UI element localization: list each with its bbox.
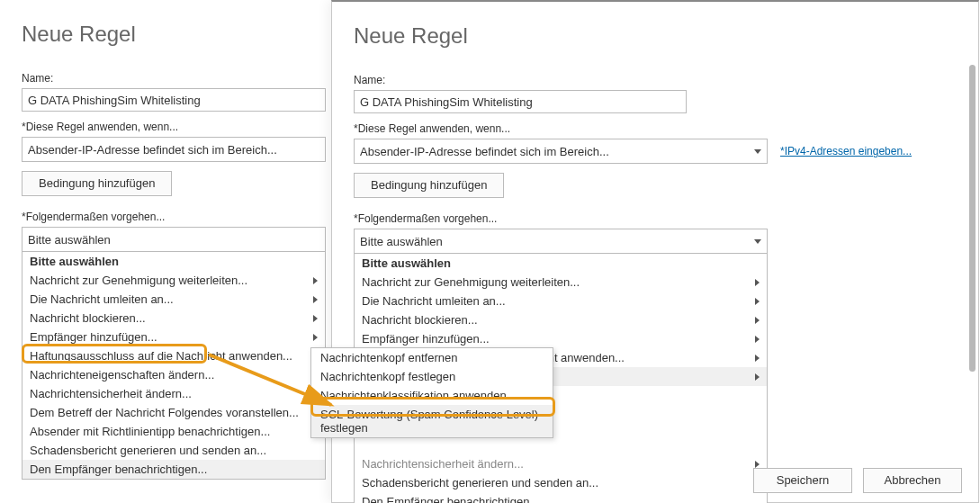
action-option[interactable]: Dem Betreff der Nachricht Folgendes vora… bbox=[22, 403, 325, 422]
condition-select-value: Absender-IP-Adresse befindet sich im Ber… bbox=[28, 143, 277, 157]
name-field-right[interactable] bbox=[354, 90, 687, 113]
chevron-right-icon bbox=[755, 336, 760, 343]
action-option-label: Den Empfänger benachrichtigen... bbox=[362, 495, 539, 503]
action-option[interactable]: Die Nachricht umleiten an... bbox=[22, 290, 325, 309]
dialog-footer: Speichern Abbrechen bbox=[753, 468, 962, 493]
action-option-label: Nachrichteneigenschaften ändern... bbox=[30, 368, 214, 382]
save-button[interactable]: Speichern bbox=[753, 468, 852, 493]
chevron-right-icon bbox=[755, 355, 760, 362]
action-option-label: Empfänger hinzufügen... bbox=[362, 332, 490, 346]
chevron-right-icon bbox=[755, 317, 760, 324]
page-title: Neue Regel bbox=[354, 23, 943, 49]
action-option[interactable]: Schadensbericht generieren und senden an… bbox=[22, 441, 325, 460]
scrollbar-thumb[interactable] bbox=[969, 65, 976, 372]
name-label: Name: bbox=[22, 72, 326, 85]
cancel-button[interactable]: Abbrechen bbox=[863, 468, 962, 493]
action-option-label: Haftungsausschluss auf die Nachricht anw… bbox=[30, 349, 292, 363]
action-option[interactable]: Nachrichtensicherheit ändern... bbox=[22, 384, 325, 403]
condition-select-right[interactable]: Absender-IP-Adresse befindet sich im Ber… bbox=[354, 139, 768, 164]
submenu-option-label: SCL-Bewertung (Spam Confidence Level) fe… bbox=[320, 408, 544, 435]
submenu-option-label: Nachrichtenkopf festlegen bbox=[320, 370, 455, 383]
action-option-label: Nachricht zur Genehmigung weiterleiten..… bbox=[362, 275, 580, 289]
name-field[interactable] bbox=[22, 88, 326, 112]
action-option-label: Nachrichtensicherheit ändern... bbox=[362, 457, 524, 471]
action-option-label: Empfänger hinzufügen... bbox=[30, 330, 157, 344]
action-label: *Folgendermaßen vorgehen... bbox=[22, 211, 326, 223]
action-option-label: Nachricht zur Genehmigung weiterleiten..… bbox=[30, 274, 247, 287]
action-option-label: Die Nachricht umleiten an... bbox=[30, 292, 174, 306]
chevron-right-icon bbox=[755, 373, 760, 381]
chevron-right-icon bbox=[313, 315, 318, 322]
apply-label: *Diese Regel anwenden, wenn... bbox=[354, 122, 943, 135]
chevron-right-icon bbox=[755, 461, 760, 468]
action-option-label: Nachricht blockieren... bbox=[30, 311, 146, 325]
chevron-right-icon bbox=[313, 296, 318, 303]
action-option[interactable]: Nachricht zur Genehmigung weiterleiten..… bbox=[22, 271, 325, 290]
action-option-label: Dem Betreff der Nachricht Folgendes vora… bbox=[30, 406, 299, 419]
apply-label: *Diese Regel anwenden, wenn... bbox=[22, 121, 326, 133]
action-option[interactable]: Schadensbericht generieren und senden an… bbox=[355, 473, 767, 492]
action-option[interactable]: Empfänger hinzufügen... bbox=[22, 328, 325, 346]
condition-select-value: Absender-IP-Adresse befindet sich im Ber… bbox=[360, 145, 609, 158]
chevron-down-icon bbox=[754, 149, 761, 154]
action-option-label: Bitte auswählen bbox=[362, 256, 451, 270]
action-option[interactable]: Haftungsausschluss auf die Nachricht anw… bbox=[22, 346, 325, 365]
action-option-label: Den Empfänger benachrichtigen... bbox=[30, 463, 207, 476]
chevron-right-icon bbox=[755, 279, 760, 286]
action-option[interactable]: Bitte auswählen bbox=[22, 252, 325, 271]
name-label: Name: bbox=[354, 74, 687, 86]
submenu-option-label: Nachrichtenkopf entfernen bbox=[320, 351, 457, 364]
action-dropdown-left: Bitte auswählenNachricht zur Genehmigung… bbox=[22, 251, 326, 480]
condition-select[interactable]: Absender-IP-Adresse befindet sich im Ber… bbox=[22, 137, 326, 162]
action-option[interactable]: Nachrichtensicherheit ändern... bbox=[355, 454, 767, 473]
action-option[interactable]: Absender mit Richtlinientipp benachricht… bbox=[22, 422, 325, 441]
action-option[interactable]: Die Nachricht umleiten an... bbox=[355, 292, 767, 310]
action-option-label: Nachricht blockieren... bbox=[362, 313, 478, 327]
submenu-option-label: Nachrichtenklassifikation anwenden bbox=[320, 389, 507, 402]
submenu-option[interactable]: Nachrichtenklassifikation anwenden bbox=[311, 386, 553, 405]
action-select-value: Bitte auswählen bbox=[28, 233, 111, 247]
chevron-right-icon bbox=[313, 334, 318, 341]
ip-addresses-link[interactable]: *IPv4-Adressen eingeben... bbox=[780, 145, 912, 157]
left-dialog: Neue Regel Name: *Diese Regel anwenden, … bbox=[0, 0, 333, 499]
action-option[interactable]: Nachricht zur Genehmigung weiterleiten..… bbox=[355, 273, 767, 292]
chevron-down-icon bbox=[754, 239, 761, 244]
action-option-label: Bitte auswählen bbox=[30, 255, 119, 268]
add-condition-button[interactable]: Bedingung hinzufügen bbox=[22, 171, 172, 196]
action-option-label: Absender mit Richtlinientipp benachricht… bbox=[30, 425, 270, 438]
chevron-right-icon bbox=[313, 277, 318, 284]
action-option[interactable]: Nachricht blockieren... bbox=[22, 309, 325, 328]
scrollbar[interactable] bbox=[969, 65, 976, 448]
action-option-label: Die Nachricht umleiten an... bbox=[362, 294, 506, 308]
action-option-label: Schadensbericht generieren und senden an… bbox=[362, 476, 598, 490]
action-option-label: Schadensbericht generieren und senden an… bbox=[30, 444, 266, 457]
submenu-option[interactable]: Nachrichtenkopf entfernen bbox=[311, 348, 553, 367]
action-option[interactable]: Den Empfänger benachrichtigen... bbox=[22, 460, 325, 479]
properties-submenu: Nachrichtenkopf entfernenNachrichtenkopf… bbox=[310, 347, 553, 438]
page-title: Neue Regel bbox=[22, 22, 326, 47]
action-select[interactable]: Bitte auswählen bbox=[22, 227, 326, 252]
action-option[interactable]: Nachricht blockieren... bbox=[355, 310, 767, 329]
action-option[interactable]: Nachrichteneigenschaften ändern... bbox=[22, 365, 325, 384]
action-option[interactable]: Empfänger hinzufügen... bbox=[355, 329, 767, 348]
action-option[interactable]: Bitte auswählen bbox=[355, 254, 767, 273]
right-dialog: Neue Regel Name: *Diese Regel anwenden, … bbox=[331, 0, 979, 503]
action-select-value: Bitte auswählen bbox=[360, 235, 443, 248]
submenu-option[interactable]: Nachrichtenkopf festlegen bbox=[311, 367, 553, 386]
action-option-label: Nachrichtensicherheit ändern... bbox=[30, 387, 192, 400]
action-select-right[interactable]: Bitte auswählen bbox=[354, 229, 768, 254]
action-option[interactable]: Den Empfänger benachrichtigen... bbox=[355, 492, 767, 503]
submenu-option[interactable]: SCL-Bewertung (Spam Confidence Level) fe… bbox=[311, 405, 553, 437]
add-condition-button[interactable]: Bedingung hinzufügen bbox=[354, 173, 504, 198]
action-label: *Folgendermaßen vorgehen... bbox=[354, 212, 943, 225]
chevron-right-icon bbox=[755, 298, 760, 305]
